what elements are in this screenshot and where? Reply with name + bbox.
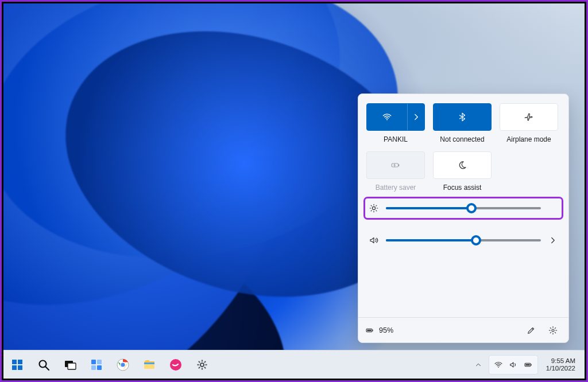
moon-icon <box>457 160 467 170</box>
bluetooth-tile[interactable] <box>433 103 492 131</box>
svg-rect-6 <box>367 329 371 331</box>
svg-point-3 <box>372 206 375 209</box>
quick-settings-tiles: PANKIL Not connected Airplane mode Batte… <box>358 94 568 192</box>
taskbar-app-explorer[interactable] <box>141 357 157 373</box>
wifi-icon <box>494 360 503 369</box>
svg-point-0 <box>386 119 388 120</box>
battery-icon <box>524 360 533 369</box>
file-explorer-icon <box>142 358 156 372</box>
widgets-button[interactable] <box>88 357 105 373</box>
volume-slider-row <box>366 232 560 249</box>
svg-rect-9 <box>18 360 22 364</box>
battery-saver-icon <box>390 160 401 170</box>
taskbar-app-circle[interactable] <box>168 357 184 373</box>
focus-assist-label: Focus assist <box>443 184 482 192</box>
svg-rect-5 <box>372 329 373 331</box>
edit-quick-settings-button[interactable] <box>523 322 540 339</box>
volume-icon <box>509 360 518 369</box>
svg-rect-23 <box>144 362 154 364</box>
chevron-right-icon <box>548 235 558 245</box>
brightness-slider[interactable] <box>386 207 541 209</box>
taskbar-app-settings[interactable] <box>194 357 210 373</box>
svg-rect-10 <box>12 365 17 370</box>
volume-slider[interactable] <box>386 239 541 241</box>
system-tray[interactable] <box>489 355 538 375</box>
svg-rect-18 <box>97 365 102 370</box>
brightness-icon <box>369 203 379 213</box>
volume-icon <box>369 235 379 245</box>
battery-saver-tile <box>366 151 425 179</box>
svg-rect-17 <box>91 365 96 370</box>
clock-date: 1/10/2022 <box>546 365 575 372</box>
svg-rect-29 <box>531 364 531 365</box>
svg-rect-8 <box>12 360 17 364</box>
svg-point-7 <box>552 329 554 332</box>
windows-logo-icon <box>10 358 24 372</box>
svg-rect-14 <box>68 363 76 369</box>
widgets-icon <box>90 358 103 372</box>
brightness-slider-row <box>366 200 560 217</box>
taskbar-app-chrome[interactable] <box>115 357 131 373</box>
chevron-up-icon <box>474 361 482 369</box>
tray-overflow-button[interactable] <box>470 357 486 373</box>
svg-rect-15 <box>91 360 96 364</box>
svg-rect-30 <box>525 364 529 365</box>
airplane-mode-label: Airplane mode <box>506 135 551 143</box>
pink-app-icon <box>169 358 183 372</box>
airplane-mode-tile[interactable] <box>500 103 558 131</box>
search-icon <box>37 358 51 372</box>
taskbar: 9:55 AM 1/10/2022 <box>3 350 585 379</box>
svg-point-21 <box>121 362 126 367</box>
quick-settings-footer: 95% <box>358 317 568 342</box>
battery-percentage: 95% <box>379 326 393 334</box>
volume-thumb[interactable] <box>471 235 481 245</box>
chevron-right-icon <box>411 112 421 122</box>
pencil-icon <box>527 326 536 335</box>
task-view-button[interactable] <box>62 357 78 373</box>
wifi-tile[interactable] <box>366 103 425 131</box>
battery-saver-label: Battery saver <box>376 184 416 192</box>
task-view-icon <box>63 358 77 372</box>
svg-point-24 <box>170 359 181 371</box>
bluetooth-label: Not connected <box>440 135 484 143</box>
taskbar-clock[interactable]: 9:55 AM 1/10/2022 <box>540 357 579 372</box>
wifi-label: PANKIL <box>384 135 408 143</box>
svg-point-12 <box>40 360 47 367</box>
wifi-expand-button[interactable] <box>407 104 424 130</box>
brightness-thumb[interactable] <box>466 203 477 213</box>
volume-output-button[interactable] <box>548 235 558 245</box>
battery-icon <box>365 326 374 335</box>
open-settings-button[interactable] <box>544 322 562 339</box>
start-button[interactable] <box>9 357 25 373</box>
svg-point-27 <box>498 367 499 368</box>
focus-assist-tile[interactable] <box>433 151 492 179</box>
svg-rect-11 <box>18 365 22 370</box>
gear-icon <box>195 358 209 372</box>
wifi-icon <box>382 112 392 122</box>
bluetooth-icon <box>457 112 467 122</box>
airplane-icon <box>524 112 534 122</box>
quick-settings-panel: PANKIL Not connected Airplane mode Batte… <box>358 93 569 343</box>
svg-rect-2 <box>399 165 400 166</box>
gear-icon <box>548 326 558 335</box>
clock-time: 9:55 AM <box>546 357 575 365</box>
svg-rect-16 <box>97 360 102 364</box>
search-button[interactable] <box>36 357 52 373</box>
chrome-icon <box>116 358 130 372</box>
